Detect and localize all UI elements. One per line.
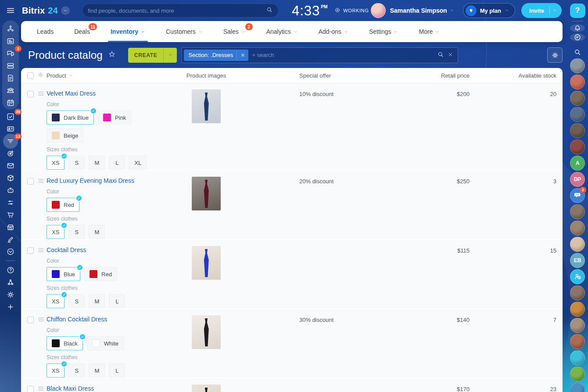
user-avatar-photo[interactable]: [570, 204, 585, 219]
sidebar-item-plus[interactable]: [3, 302, 18, 311]
sidebar-item-funnel[interactable]: 13: [3, 136, 18, 146]
user-avatar-photo[interactable]: [570, 237, 585, 252]
sidebar-item-document[interactable]: [3, 73, 18, 82]
row-menu-icon[interactable]: [37, 90, 45, 97]
product-link[interactable]: Chiffon Cocktail Dress: [47, 316, 107, 323]
sidebar-item-pinwheel[interactable]: [3, 24, 18, 33]
sidebar-item-feed[interactable]: [3, 36, 18, 46]
tab-deals[interactable]: Deals11: [74, 21, 90, 42]
sidebar-item-store[interactable]: [3, 222, 18, 232]
size-chip[interactable]: XS✓: [47, 363, 65, 378]
column-special-offer[interactable]: Special offer: [253, 72, 380, 79]
user-avatar-photo[interactable]: [570, 285, 585, 300]
column-product-images[interactable]: Product images: [160, 72, 253, 79]
tab-leads[interactable]: Leads: [37, 21, 54, 42]
row-checkbox[interactable]: [27, 317, 34, 323]
product-link[interactable]: Red Luxury Evening Maxi Dress: [47, 177, 134, 184]
product-link[interactable]: Velvet Maxi Dress: [47, 90, 96, 97]
size-chip[interactable]: XS✓: [47, 225, 65, 239]
global-search-input[interactable]: [88, 7, 266, 14]
color-chip[interactable]: Red: [84, 267, 117, 281]
tab-sales[interactable]: Sales2: [223, 21, 246, 42]
size-chip[interactable]: XL: [129, 156, 147, 170]
user-avatar-photo[interactable]: [570, 350, 585, 365]
sidebar-item-question[interactable]: [3, 265, 18, 274]
create-button[interactable]: CREATE: [128, 48, 177, 63]
user-avatar-initials[interactable]: A: [570, 156, 585, 171]
product-link[interactable]: Black Maxi Dress: [47, 385, 94, 392]
color-chip[interactable]: White: [87, 336, 124, 350]
filter-bar[interactable]: Section: .Dresses ✕: [181, 47, 458, 63]
chat-lines-button[interactable]: [570, 33, 585, 41]
filter-chip-remove-icon[interactable]: ✕: [237, 50, 248, 61]
size-chip[interactable]: L: [109, 294, 125, 308]
work-clock[interactable]: 4:33 PM: [292, 4, 327, 18]
tab-analytics[interactable]: Analytics: [266, 21, 298, 42]
user-avatar-photo[interactable]: [570, 107, 585, 122]
user-avatar[interactable]: [371, 3, 386, 18]
create-chevron-icon[interactable]: [164, 51, 177, 59]
sidebar-item-gear[interactable]: [3, 290, 18, 299]
product-image[interactable]: [192, 89, 221, 123]
user-avatar-initials[interactable]: EB: [570, 253, 585, 268]
size-chip[interactable]: XS✓: [47, 156, 65, 170]
logo-chevron-icon[interactable]: [61, 6, 70, 15]
sidebar-item-cart[interactable]: [3, 210, 18, 219]
column-product[interactable]: Product: [47, 72, 160, 79]
user-avatar-photo[interactable]: [570, 123, 585, 138]
color-chip[interactable]: Blue✓: [47, 267, 80, 281]
user-avatar-initials[interactable]: DP: [570, 172, 585, 187]
size-chip[interactable]: M: [89, 363, 105, 378]
help-button[interactable]: ?: [570, 4, 585, 18]
size-chip[interactable]: L: [109, 363, 125, 378]
size-chip[interactable]: S: [68, 225, 85, 239]
color-chip[interactable]: Dark Blue✓: [47, 110, 94, 125]
menu-toggle-icon[interactable]: [6, 6, 15, 17]
user-avatar-photo[interactable]: [570, 75, 585, 89]
person-clock-avatar[interactable]: [570, 269, 585, 284]
tab-customers[interactable]: Customers: [166, 21, 203, 42]
row-checkbox[interactable]: [27, 247, 34, 254]
size-chip[interactable]: S: [68, 156, 85, 170]
product-image[interactable]: [192, 246, 221, 280]
filter-chip-section[interactable]: Section: .Dresses ✕: [184, 50, 248, 61]
favorite-star-icon[interactable]: [108, 50, 116, 61]
sidebar-item-mail[interactable]: [3, 161, 18, 170]
user-chevron-icon[interactable]: [449, 7, 454, 14]
product-image[interactable]: [192, 177, 221, 210]
row-menu-icon[interactable]: [37, 246, 45, 254]
grid-settings-button[interactable]: [547, 47, 563, 63]
row-checkbox[interactable]: [27, 178, 34, 185]
select-all-checkbox[interactable]: [27, 72, 34, 79]
sidebar-item-chat[interactable]: 2: [3, 49, 18, 58]
sidebar-item-target[interactable]: [3, 149, 18, 158]
user-avatar-photo[interactable]: [570, 318, 585, 333]
tab-settings[interactable]: Settings: [369, 21, 398, 42]
sidebar-item-drive[interactable]: [3, 61, 18, 70]
sidebar-item-sign[interactable]: [3, 235, 18, 244]
user-avatar-photo[interactable]: [570, 367, 585, 381]
tab-inventory[interactable]: Inventory: [111, 21, 145, 42]
tab-add-ons[interactable]: Add-ons: [319, 21, 348, 42]
search-button[interactable]: [570, 48, 585, 56]
sidebar-item-sliders[interactable]: [3, 198, 18, 207]
user-avatar-photo[interactable]: [570, 58, 585, 73]
column-retail-price[interactable]: Retail price: [380, 72, 481, 79]
size-chip[interactable]: M: [89, 294, 105, 308]
sidebar-item-cube[interactable]: [3, 173, 18, 182]
user-avatar-photo[interactable]: [570, 91, 585, 106]
invite-button[interactable]: Invite: [521, 3, 562, 18]
user-name[interactable]: Samantha Simpson: [390, 7, 447, 14]
sidebar-item-tasks[interactable]: 39: [3, 112, 18, 121]
row-checkbox[interactable]: [27, 91, 34, 97]
sidebar-item-users[interactable]: [3, 86, 18, 95]
color-chip[interactable]: Black✓: [47, 336, 83, 350]
sidebar-item-bot[interactable]: [3, 185, 18, 195]
color-chip[interactable]: Beige: [47, 128, 83, 143]
sidebar-item-chevron-circle[interactable]: [3, 247, 18, 256]
row-menu-icon[interactable]: [37, 177, 45, 185]
columns-gear-icon[interactable]: [37, 71, 44, 79]
size-chip[interactable]: XS✓: [47, 294, 65, 308]
size-chip[interactable]: M: [89, 156, 105, 170]
search-icon[interactable]: [266, 6, 273, 15]
